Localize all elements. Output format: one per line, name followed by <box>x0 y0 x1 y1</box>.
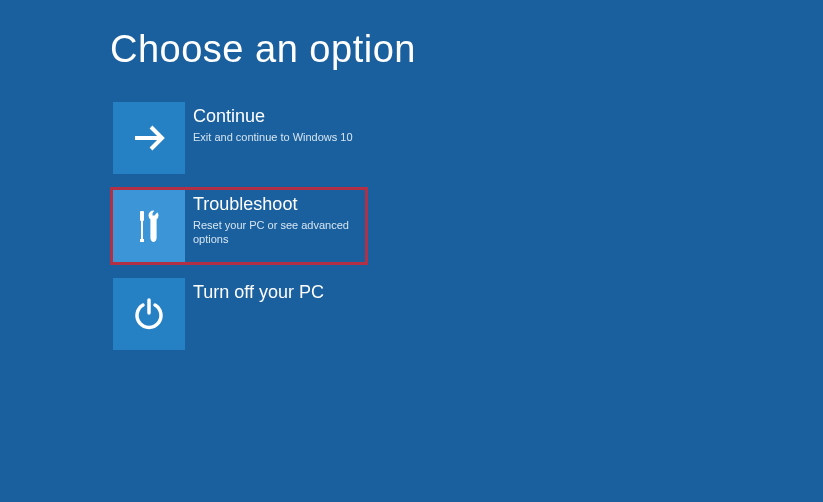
continue-text: Continue Exit and continue to Windows 10 <box>185 102 365 144</box>
svg-rect-2 <box>141 221 143 239</box>
arrow-right-icon <box>113 102 185 174</box>
turnoff-text: Turn off your PC <box>185 278 365 306</box>
svg-rect-3 <box>140 239 144 242</box>
svg-rect-1 <box>140 211 144 221</box>
continue-desc: Exit and continue to Windows 10 <box>193 130 365 144</box>
option-list: Continue Exit and continue to Windows 10 <box>110 99 823 353</box>
troubleshoot-desc: Reset your PC or see advanced options <box>193 218 365 247</box>
turnoff-title: Turn off your PC <box>193 282 365 304</box>
tools-icon <box>113 190 185 262</box>
continue-title: Continue <box>193 106 365 128</box>
power-icon <box>113 278 185 350</box>
page-title: Choose an option <box>110 28 823 71</box>
troubleshoot-title: Troubleshoot <box>193 194 365 216</box>
troubleshoot-option[interactable]: Troubleshoot Reset your PC or see advanc… <box>110 187 368 265</box>
turnoff-option[interactable]: Turn off your PC <box>110 275 368 353</box>
continue-option[interactable]: Continue Exit and continue to Windows 10 <box>110 99 368 177</box>
troubleshoot-text: Troubleshoot Reset your PC or see advanc… <box>185 190 365 246</box>
